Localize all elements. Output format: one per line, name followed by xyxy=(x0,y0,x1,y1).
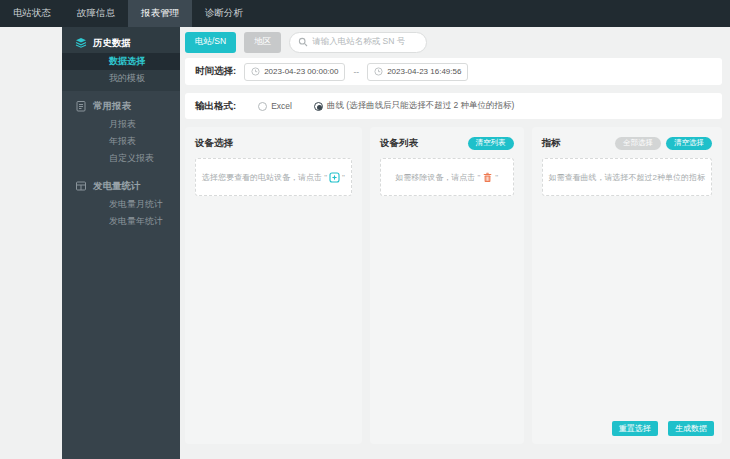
output-format-card: 输出格式: Excel 曲线 (选择曲线后只能选择不超过 2 种单位的指标) xyxy=(185,93,722,119)
sidebar-item-history-data[interactable]: 历史数据 xyxy=(62,33,180,53)
device-select-dropzone[interactable]: 选择您要查看的电站设备，请点击 " " xyxy=(195,158,352,196)
device-list-hint-prefix: 如需移除设备，请点击 " xyxy=(395,172,480,183)
panel-actions: 重置选择 生成数据 xyxy=(612,421,714,436)
sidebar-item-my-templates[interactable]: 我的模板 xyxy=(62,70,180,87)
device-select-hint-prefix: 选择您要查看的电站设备，请点击 " xyxy=(202,172,327,183)
region-tab-button[interactable]: 地区 xyxy=(244,32,281,53)
top-navbar: 电站状态 故障信息 报表管理 诊断分析 xyxy=(0,0,730,27)
panels-row: 设备选择 选择您要查看的电站设备，请点击 " " 设备列表 清空列表 xyxy=(185,127,722,444)
end-datetime-input[interactable]: 2023-04-23 16:49:56 xyxy=(367,63,468,81)
filter-row: 电站/SN 地区 请输入电站名称或 SN 号 xyxy=(185,31,722,53)
add-device-icon xyxy=(329,172,340,183)
radio-excel-label: Excel xyxy=(271,101,292,111)
sidebar-item-generation-monthly[interactable]: 发电量月统计 xyxy=(62,196,180,213)
device-select-header: 设备选择 xyxy=(195,135,352,151)
clear-indicators-button[interactable]: 清空选择 xyxy=(666,137,712,150)
time-selection-label: 时间选择: xyxy=(195,65,236,78)
stats-grid-icon xyxy=(75,180,87,192)
device-select-title: 设备选择 xyxy=(195,137,233,150)
report-icon xyxy=(75,100,87,112)
search-input[interactable]: 请输入电站名称或 SN 号 xyxy=(289,32,427,53)
output-format-label: 输出格式: xyxy=(195,100,236,113)
sidebar-group-common-reports: 常用报表 月报表 年报表 自定义报表 xyxy=(62,91,180,171)
sidebar-item-yearly-report[interactable]: 年报表 xyxy=(62,133,180,150)
device-list-hint-suffix: " xyxy=(495,173,498,182)
sidebar-group-generation-stats: 发电量统计 发电量月统计 发电量年统计 xyxy=(62,171,180,234)
sidebar-item-data-selection[interactable]: 数据选择 xyxy=(62,53,180,70)
search-placeholder: 请输入电站名称或 SN 号 xyxy=(312,36,405,48)
sidebar-item-monthly-report[interactable]: 月报表 xyxy=(62,116,180,133)
time-selection-card: 时间选择: 2023-04-23 00:00:00 -- 2023-04-23 … xyxy=(185,58,722,85)
indicators-dropzone[interactable]: 如需查看曲线，请选择不超过2种单位的指标 xyxy=(542,158,712,196)
nav-item-fault-info[interactable]: 故障信息 xyxy=(64,0,128,27)
sidebar-item-generation-yearly[interactable]: 发电量年统计 xyxy=(62,213,180,230)
sidebar-item-label: 历史数据 xyxy=(93,37,131,50)
device-list-dropzone[interactable]: 如需移除设备，请点击 " " xyxy=(380,158,514,196)
indicators-header: 指标 全部选择 清空选择 xyxy=(542,135,712,151)
device-select-hint-suffix: " xyxy=(342,173,345,182)
generate-data-button[interactable]: 生成数据 xyxy=(668,421,714,436)
clear-device-list-button[interactable]: 清空列表 xyxy=(468,137,514,150)
sidebar-item-label: 常用报表 xyxy=(93,100,131,113)
clock-icon xyxy=(374,67,383,76)
indicators-hint: 如需查看曲线，请选择不超过2种单位的指标 xyxy=(549,172,705,183)
left-rail xyxy=(0,27,62,459)
radio-circle-icon xyxy=(258,102,267,111)
end-datetime-value: 2023-04-23 16:49:56 xyxy=(387,67,461,76)
date-range-separator: -- xyxy=(353,67,359,77)
start-datetime-input[interactable]: 2023-04-23 00:00:00 xyxy=(244,63,345,81)
sidebar-item-common-reports[interactable]: 常用报表 xyxy=(62,96,180,116)
trash-icon xyxy=(482,172,493,183)
device-select-panel: 设备选择 选择您要查看的电站设备，请点击 " " xyxy=(185,127,362,444)
select-all-indicators-button[interactable]: 全部选择 xyxy=(615,137,661,150)
layers-icon xyxy=(75,37,87,49)
indicators-title: 指标 xyxy=(542,137,561,150)
sidebar-item-generation-stats[interactable]: 发电量统计 xyxy=(62,176,180,196)
sidebar-item-custom-report[interactable]: 自定义报表 xyxy=(62,150,180,167)
search-icon xyxy=(298,37,308,47)
nav-item-station-status[interactable]: 电站状态 xyxy=(0,0,64,27)
sidebar: 历史数据 数据选择 我的模板 常用报表 月报表 年报表 自定义报表 xyxy=(62,27,180,459)
device-list-header: 设备列表 清空列表 xyxy=(380,135,514,151)
nav-item-diagnosis[interactable]: 诊断分析 xyxy=(192,0,256,27)
sidebar-group-history-data: 历史数据 数据选择 我的模板 xyxy=(62,27,180,91)
radio-circle-checked-icon xyxy=(314,102,323,111)
nav-item-report-management[interactable]: 报表管理 xyxy=(128,0,192,27)
clock-icon xyxy=(251,67,260,76)
reset-selection-button[interactable]: 重置选择 xyxy=(612,421,658,436)
start-datetime-value: 2023-04-23 00:00:00 xyxy=(264,67,338,76)
indicators-panel: 指标 全部选择 清空选择 如需查看曲线，请选择不超过2种单位的指标 重置选择 生… xyxy=(532,127,722,444)
radio-curve-label: 曲线 (选择曲线后只能选择不超过 2 种单位的指标) xyxy=(327,100,514,112)
station-sn-tab-button[interactable]: 电站/SN xyxy=(185,32,236,53)
radio-excel[interactable]: Excel xyxy=(258,101,292,111)
device-list-title: 设备列表 xyxy=(380,137,418,150)
main-content: 电站/SN 地区 请输入电站名称或 SN 号 时间选择: 2023-04-23 … xyxy=(180,27,730,459)
sidebar-item-label: 发电量统计 xyxy=(93,180,141,193)
radio-curve[interactable]: 曲线 (选择曲线后只能选择不超过 2 种单位的指标) xyxy=(314,100,514,112)
device-list-panel: 设备列表 清空列表 如需移除设备，请点击 " " xyxy=(370,127,524,444)
